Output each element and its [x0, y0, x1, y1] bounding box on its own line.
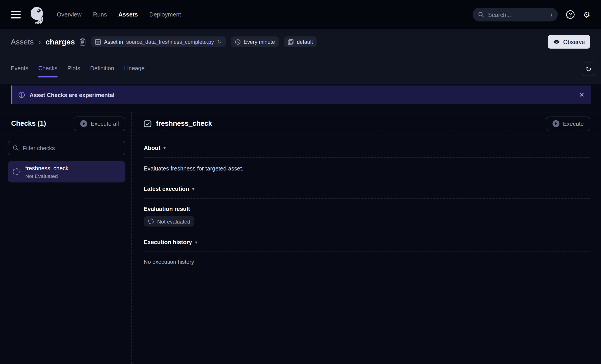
check-list-item[interactable]: freshness_check Not Evaluated: [8, 161, 125, 182]
evaluation-result-label: Evaluation result: [144, 205, 590, 212]
sidebar-header: Checks (1) Execute all: [0, 112, 131, 135]
tab-definition[interactable]: Definition: [90, 65, 114, 77]
tab-checks[interactable]: Checks: [38, 65, 58, 77]
filter-checks-input[interactable]: Filter checks: [8, 141, 125, 155]
nav-item-assets[interactable]: Assets: [118, 11, 138, 18]
play-circle-icon: [552, 120, 560, 127]
search-icon: [478, 11, 484, 18]
section-divider: [144, 252, 590, 252]
detail-header: freshness_check Execute: [132, 112, 601, 135]
execution-history-empty: No execution history: [144, 259, 590, 265]
info-icon: [18, 92, 25, 98]
nav-item-runs[interactable]: Runs: [93, 11, 107, 18]
tab-plots[interactable]: Plots: [68, 65, 80, 77]
latest-execution-label: Latest execution: [144, 186, 189, 192]
group-tag-label: default: [297, 39, 313, 45]
evaluation-result-badge: Not evaluated: [144, 216, 195, 227]
experimental-banner: Asset Checks are experimental: [11, 86, 591, 104]
about-description: Evaluates freshness for targeted asset.: [144, 165, 590, 172]
latest-execution-toggle[interactable]: Latest execution: [144, 186, 590, 192]
copy-icon[interactable]: [80, 38, 86, 45]
top-nav: Overview Runs Assets Deployment Search..…: [0, 0, 601, 29]
caret-down-icon: [195, 239, 197, 245]
caret-down-icon: [163, 145, 166, 151]
section-divider: [144, 157, 590, 158]
check-detail-panel: freshness_check Execute About Evaluates …: [132, 112, 601, 364]
copies-grid-icon: [288, 39, 294, 44]
checks-sidebar: Checks (1) Execute all Filter checks: [0, 112, 132, 364]
execution-history-label: Execution history: [144, 239, 192, 245]
filter-search-icon: [13, 145, 19, 151]
search-shortcut-hint: /: [551, 11, 552, 18]
group-tag[interactable]: default: [284, 36, 317, 47]
refresh-button[interactable]: [582, 62, 595, 76]
play-circle-icon: [80, 120, 87, 127]
tab-lineage[interactable]: Lineage: [124, 65, 145, 77]
chevron-right-icon: [38, 38, 41, 46]
banner-text: Asset Checks are experimental: [30, 92, 115, 98]
not-evaluated-icon: [148, 219, 153, 224]
execute-all-button[interactable]: Execute all: [73, 116, 125, 131]
check-name: freshness_check: [25, 165, 68, 171]
clock-icon: [235, 39, 240, 44]
gear-icon[interactable]: ⚙: [583, 11, 590, 19]
asset-definition-tag[interactable]: Asset in source_data_freshness_complete.…: [91, 36, 226, 47]
filter-placeholder: Filter checks: [23, 145, 55, 151]
checks-count-title: Checks (1): [11, 120, 46, 128]
app-window: Overview Runs Assets Deployment Search..…: [0, 0, 601, 364]
about-section-toggle[interactable]: About: [144, 144, 590, 151]
schedule-tag-label: Every minute: [244, 39, 275, 45]
hamburger-menu-icon[interactable]: [11, 11, 21, 18]
breadcrumb: Assets charges: [11, 35, 590, 49]
execution-history-toggle[interactable]: Execution history: [144, 239, 590, 245]
eye-icon: [553, 40, 560, 44]
execute-all-label: Execute all: [91, 120, 119, 127]
detail-title: freshness_check: [156, 120, 212, 128]
observe-button-label: Observe: [563, 39, 585, 45]
breadcrumb-assets-link[interactable]: Assets: [11, 38, 34, 46]
execute-button[interactable]: Execute: [546, 116, 590, 131]
check-square-icon: [144, 120, 151, 128]
search-input[interactable]: Search... /: [473, 8, 558, 21]
schedule-tag[interactable]: Every minute: [231, 36, 279, 47]
tab-events[interactable]: Events: [11, 65, 29, 77]
asset-tag-filename[interactable]: source_data_freshness_complete.py: [126, 39, 214, 45]
caret-down-icon: [192, 186, 194, 192]
observe-button[interactable]: Observe: [548, 35, 590, 49]
execute-button-label: Execute: [563, 120, 584, 127]
search-placeholder: Search...: [488, 11, 511, 18]
nav-item-deployment[interactable]: Deployment: [149, 11, 181, 18]
help-icon[interactable]: ?: [566, 10, 575, 19]
table-icon: [95, 39, 101, 44]
reload-definition-icon[interactable]: [217, 38, 222, 45]
asset-header: Assets charges: [0, 29, 601, 84]
asset-tag-prefix: Asset in: [104, 39, 123, 45]
nav-item-overview[interactable]: Overview: [57, 11, 81, 18]
close-icon[interactable]: [579, 91, 584, 99]
not-evaluated-icon: [13, 168, 20, 175]
nav-links: Overview Runs Assets Deployment: [57, 11, 181, 18]
section-divider: [144, 198, 590, 199]
dagster-logo[interactable]: [28, 5, 46, 24]
about-section-label: About: [144, 144, 160, 151]
evaluation-result-value: Not evaluated: [157, 218, 190, 224]
asset-tabs: Events Checks Plots Definition Lineage: [11, 65, 590, 77]
dagster-octopus-icon: [28, 5, 46, 24]
check-status: Not Evaluated: [25, 173, 68, 179]
page-title: charges: [46, 38, 75, 46]
